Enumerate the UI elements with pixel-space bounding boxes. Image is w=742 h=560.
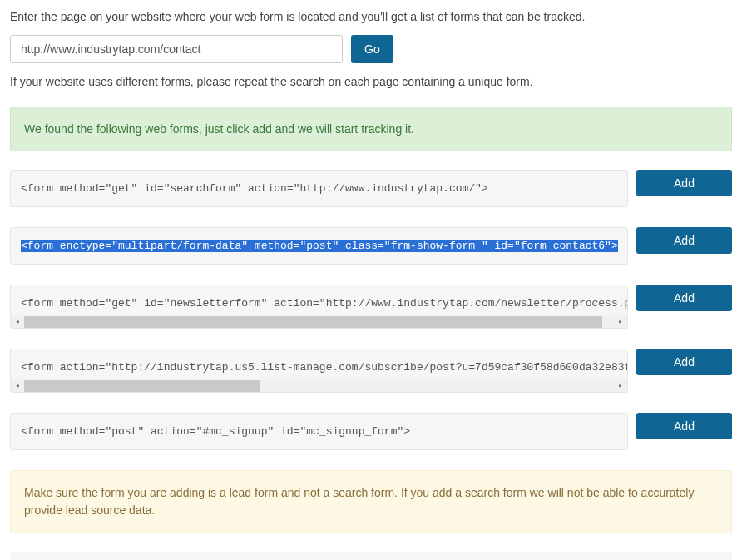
form-row: <form method="get" id="searchform" actio… bbox=[10, 170, 732, 207]
form-code-box: <form method="get" id="searchform" actio… bbox=[10, 170, 628, 207]
form-code-text: <form action="http://industrytap.us5.lis… bbox=[21, 361, 628, 374]
scroll-track[interactable] bbox=[24, 379, 614, 393]
scroll-left-icon[interactable]: ◂ bbox=[11, 379, 24, 393]
warning-alert: Make sure the form you are adding is a l… bbox=[10, 470, 732, 533]
scroll-left-icon[interactable]: ◂ bbox=[11, 315, 24, 329]
scroll-track[interactable] bbox=[24, 315, 614, 329]
form-row: <form enctype="multipart/form-data" meth… bbox=[10, 227, 732, 265]
form-row: <form method="get" id="newsletterform" a… bbox=[10, 285, 732, 329]
horizontal-scrollbar[interactable]: ◂ ▸ bbox=[11, 315, 627, 328]
add-button[interactable]: Add bbox=[636, 227, 732, 254]
form-code-box: <form method="get" id="newsletterform" a… bbox=[10, 285, 628, 329]
go-button[interactable]: Go bbox=[351, 35, 393, 63]
add-button[interactable]: Add bbox=[636, 170, 732, 196]
horizontal-scrollbar[interactable]: ◂ ▸ bbox=[11, 379, 627, 392]
form-row: <form method="post" action="#mc_signup" … bbox=[10, 413, 732, 450]
scroll-thumb[interactable] bbox=[24, 316, 602, 328]
success-alert: We found the following web forms, just c… bbox=[10, 107, 732, 151]
scroll-right-icon[interactable]: ▸ bbox=[614, 379, 627, 393]
note-text: If your website uses different forms, pl… bbox=[10, 75, 732, 88]
search-row: Go bbox=[10, 35, 732, 63]
add-button[interactable]: Add bbox=[636, 285, 732, 311]
form-code-text-highlighted: <form enctype="multipart/form-data" meth… bbox=[21, 240, 618, 252]
intro-text: Enter the page on your website where you… bbox=[10, 10, 732, 23]
form-code-box: <form action="http://industrytap.us5.lis… bbox=[10, 349, 628, 393]
form-code-box: <form enctype="multipart/form-data" meth… bbox=[10, 227, 628, 265]
scroll-thumb[interactable] bbox=[24, 380, 260, 392]
advanced-integration-header[interactable]: Advanced Integration bbox=[10, 552, 732, 560]
add-button[interactable]: Add bbox=[636, 413, 732, 439]
add-button[interactable]: Add bbox=[636, 349, 732, 375]
form-code-text: <form method="get" id="searchform" actio… bbox=[21, 182, 488, 195]
scroll-right-icon[interactable]: ▸ bbox=[614, 315, 627, 329]
form-code-text: <form method="post" action="#mc_signup" … bbox=[21, 425, 410, 438]
form-code-text: <form method="get" id="newsletterform" a… bbox=[21, 297, 628, 310]
url-input[interactable] bbox=[10, 35, 343, 63]
form-code-box: <form method="post" action="#mc_signup" … bbox=[10, 413, 628, 450]
form-row: <form action="http://industrytap.us5.lis… bbox=[10, 349, 732, 393]
